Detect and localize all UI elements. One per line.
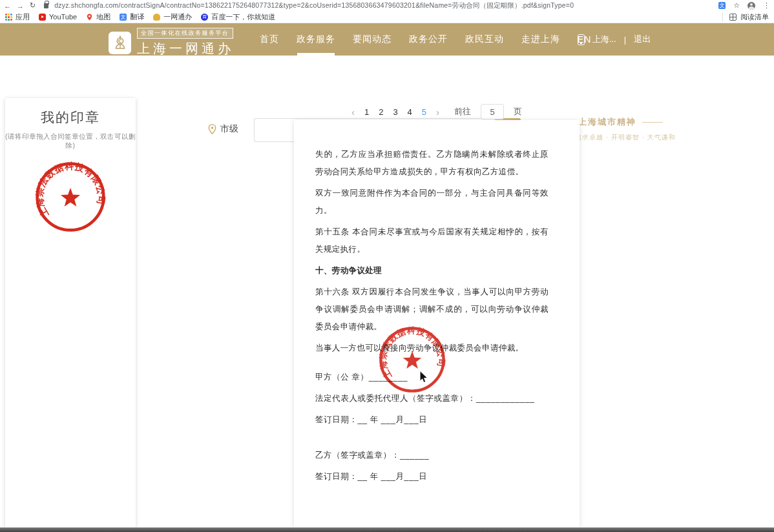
- region-label: 市级: [220, 123, 238, 135]
- main-nav: 首页 政务服务 要闻动态 政务公开 政民互动 走进上海 EN: [260, 23, 591, 56]
- bookmark-label: 应用: [16, 12, 30, 22]
- bookmark-maps[interactable]: 地图: [86, 12, 110, 22]
- my-seals-hint: (请将印章拖入合同签章位置，双击可以删除): [5, 132, 136, 150]
- contract-section-heading: 十、劳动争议处理: [315, 262, 549, 280]
- page-4[interactable]: 4: [408, 107, 412, 117]
- contract-paragraph: 双方一致同意附件作为本合同的一部分，与主合同具备同等效力。: [315, 185, 549, 220]
- bookmark-label: 地图: [96, 12, 110, 22]
- goto-page-input[interactable]: [481, 104, 504, 119]
- pagination: ‹ 1 2 3 4 5 › 前往 页: [294, 103, 580, 120]
- youtube-icon: [39, 14, 46, 21]
- my-seals-title: 我的印章: [5, 108, 136, 127]
- page-3[interactable]: 3: [393, 107, 397, 117]
- nav-news[interactable]: 要闻动态: [353, 23, 392, 56]
- back-icon[interactable]: ←: [4, 2, 11, 10]
- site-header: 全国一体化在线政务服务平台 上海一网通办 首页 政务服务 要闻动态 政务公开 政…: [0, 23, 774, 56]
- header-user-area: 上海... | 退出: [578, 23, 651, 56]
- bookmark-label: 翻译: [130, 12, 144, 22]
- prev-page-button[interactable]: ‹: [351, 107, 355, 118]
- platform-badge: 全国一体化在线政务服务平台: [137, 28, 233, 39]
- bookmark-label: 百度一下，你就知道: [211, 12, 275, 22]
- bookmark-label: 一网通办: [163, 12, 192, 22]
- decor-line: [642, 122, 663, 123]
- bookmark-youtube[interactable]: YouTube: [39, 13, 77, 21]
- logo-icon: [109, 32, 131, 54]
- my-seals-panel: 我的印章 (请将印章拖入合同签章位置，双击可以删除) 上海崇法数据科技有限公司: [5, 98, 136, 528]
- bookmark-label: YouTube: [49, 13, 77, 21]
- mobile-app-icon[interactable]: [578, 34, 585, 45]
- nav-interaction[interactable]: 政民互动: [465, 23, 504, 56]
- user-name[interactable]: 上海...: [592, 34, 616, 45]
- baidu-favicon: 百: [201, 14, 208, 21]
- page-5-current[interactable]: 5: [422, 107, 426, 117]
- translate-favicon: 文: [120, 14, 127, 21]
- goto-label: 前往: [454, 106, 471, 118]
- page-2[interactable]: 2: [379, 107, 383, 117]
- bookmark-baidu[interactable]: 百 百度一下，你就知道: [201, 12, 275, 22]
- seal-star: [61, 188, 80, 207]
- contract-document-page: 失的，乙方应当承担赔偿责任。乙方隐瞒尚未解除或者终止原劳动合同关系给甲方造成损失…: [294, 120, 580, 528]
- signature-party-b: 乙方（签字或盖章）：______: [315, 447, 549, 464]
- logout-link[interactable]: 退出: [634, 34, 651, 45]
- url-text[interactable]: dzyz.shchongfa.com/contractSignA/contrac…: [54, 1, 713, 10]
- signature-date-a: 签订日期：__ 年 ___月___日: [315, 411, 549, 429]
- screen: ← → ↻ dzyz.shchongfa.com/contractSignA/c…: [0, 0, 774, 532]
- profile-avatar[interactable]: [748, 2, 755, 10]
- bookmark-translate[interactable]: 文 翻译: [120, 12, 144, 22]
- divider: |: [624, 35, 626, 45]
- forward-icon[interactable]: →: [17, 2, 24, 10]
- nav-gov-services[interactable]: 政务服务: [297, 23, 335, 56]
- contract-text: 失的，乙方应当承担赔偿责任。乙方隐瞒尚未解除或者终止原劳动合同关系给甲方造成损失…: [294, 120, 580, 486]
- bookmark-star-icon[interactable]: ☆: [733, 1, 740, 10]
- page-1[interactable]: 1: [364, 107, 369, 117]
- bookmark-ywtb[interactable]: 一网通办: [153, 12, 192, 22]
- company-seal-stamped[interactable]: 上海崇法数据科技有限公司: [378, 325, 446, 394]
- site-logo[interactable]: 全国一体化在线政务服务平台 上海一网通办: [109, 28, 234, 57]
- search-section: 市级 上海城市精神 海纳百川 · 追求卓越 · 开明睿智 · 大气谦和: [0, 56, 774, 98]
- apps-grid-icon: [5, 14, 12, 21]
- site-title: 上海一网通办: [137, 40, 234, 57]
- reload-icon[interactable]: ↻: [30, 1, 36, 10]
- location-pin-icon: [208, 124, 216, 134]
- reading-list-label: 阅读清单: [740, 12, 769, 22]
- site-security-icon[interactable]: [44, 3, 48, 8]
- contract-paragraph: 失的，乙方应当承担赔偿责任。乙方隐瞒尚未解除或者终止原劳动合同关系给甲方造成损失…: [315, 146, 549, 181]
- next-page-button[interactable]: ›: [436, 107, 439, 118]
- taskbar-edge: [0, 527, 774, 532]
- city-spirit-title: 上海城市精神: [578, 116, 636, 128]
- bookmark-apps[interactable]: 应用: [5, 12, 30, 22]
- page-unit-label: 页: [514, 106, 522, 118]
- seal-star: [403, 351, 422, 369]
- nav-about-shanghai[interactable]: 走进上海: [521, 23, 560, 56]
- nav-gov-disclosure[interactable]: 政务公开: [409, 23, 448, 56]
- region-selector[interactable]: 市级: [208, 123, 238, 135]
- translate-icon[interactable]: 文: [718, 2, 726, 9]
- browser-address-bar: ← → ↻ dzyz.shchongfa.com/contractSignA/c…: [0, 0, 774, 11]
- ywtb-favicon: [153, 14, 160, 21]
- company-seal-draggable[interactable]: 上海崇法数据科技有限公司: [34, 161, 107, 233]
- browser-menu-icon[interactable]: ⋮: [763, 1, 770, 10]
- signature-date-b: 签订日期：__ 年 ___月___日: [315, 468, 549, 486]
- maps-pin-icon: [86, 14, 93, 21]
- reading-list[interactable]: 阅读清单: [722, 12, 769, 22]
- reading-list-icon: [729, 14, 737, 21]
- nav-home[interactable]: 首页: [260, 23, 279, 56]
- contract-paragraph: 第十五条 本合同未尽事宜或与今后国家有关规定相悖的，按有关规定执行。: [315, 223, 549, 258]
- bookmarks-bar: 应用 YouTube 地图 文 翻译 一网通办 百 百度一下，你就知道 阅读清: [0, 11, 774, 23]
